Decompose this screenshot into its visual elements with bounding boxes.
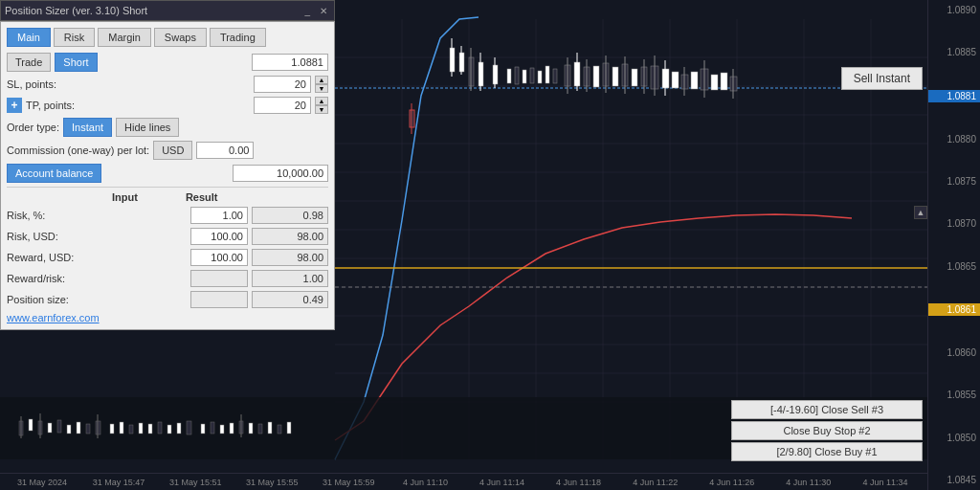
sl-up[interactable]: ▲ xyxy=(315,76,328,84)
tab-main[interactable]: Main xyxy=(7,28,51,47)
panel-title: Position Sizer (ver. 3.10) Short xyxy=(5,5,147,16)
price-1875: 1.0875 xyxy=(928,176,980,187)
risk-usd-label: Risk, USD: xyxy=(7,231,58,242)
trade-short-row: Trade Short xyxy=(7,53,328,72)
bottom-buttons-area: [-4/-19.60] Close Sell #3 Close Buy Stop… xyxy=(731,400,923,461)
svg-rect-100 xyxy=(249,423,253,434)
position-size-label: Position size: xyxy=(7,294,69,305)
time-label-12: 4 Jun 11:34 xyxy=(847,478,924,487)
time-label-7: 4 Jun 11:14 xyxy=(463,478,540,487)
risk-usd-input[interactable] xyxy=(190,228,248,245)
position-sizer-panel: Main Risk Margin Swaps Trading Trade Sho… xyxy=(0,21,335,330)
order-type-label: Order type: xyxy=(7,122,59,133)
price-1890: 1.0890 xyxy=(928,5,980,15)
tp-up[interactable]: ▲ xyxy=(315,97,328,105)
instant-button[interactable]: Instant xyxy=(63,118,112,137)
account-balance-input[interactable] xyxy=(233,165,328,182)
price-input[interactable] xyxy=(252,54,328,71)
time-label-10: 4 Jun 11:26 xyxy=(694,478,770,487)
short-button[interactable]: Short xyxy=(55,53,97,72)
reward-usd-input[interactable] xyxy=(190,249,248,266)
tab-trading[interactable]: Trading xyxy=(210,28,266,47)
tabs-row: Main Risk Margin Swaps Trading xyxy=(7,28,328,47)
reward-risk-row: Reward/risk: xyxy=(7,270,328,287)
sl-row: SL, points: ▲ ▼ xyxy=(7,76,328,93)
svg-rect-104 xyxy=(287,422,291,434)
svg-rect-82 xyxy=(86,424,90,434)
svg-rect-86 xyxy=(120,422,123,434)
account-balance-button[interactable]: Account balance xyxy=(7,164,101,183)
svg-rect-93 xyxy=(187,421,191,434)
svg-rect-39 xyxy=(546,66,549,83)
svg-rect-90 xyxy=(158,422,162,434)
svg-rect-89 xyxy=(148,424,152,434)
reward-risk-input[interactable] xyxy=(190,270,248,287)
svg-rect-66 xyxy=(711,75,718,90)
svg-rect-91 xyxy=(167,425,171,434)
divider xyxy=(7,187,328,188)
svg-rect-87 xyxy=(129,425,133,434)
svg-rect-60 xyxy=(672,72,679,88)
title-bar: Position Sizer (ver. 3.10) Short _ ✕ xyxy=(0,0,335,21)
position-size-result xyxy=(252,291,328,308)
tp-spinner: ▲ ▼ xyxy=(315,97,328,114)
risk-pct-input[interactable] xyxy=(190,207,248,224)
svg-rect-102 xyxy=(268,422,272,434)
close-buy-stop-2-button[interactable]: Close Buy Stop #2 xyxy=(731,421,923,440)
risk-usd-row: Risk, USD: xyxy=(7,228,328,245)
svg-rect-101 xyxy=(258,424,262,434)
svg-rect-92 xyxy=(177,423,181,434)
time-label-8: 4 Jun 11:18 xyxy=(541,478,617,487)
position-size-input[interactable] xyxy=(190,291,248,308)
svg-rect-88 xyxy=(139,423,143,434)
tp-plus-button[interactable]: + xyxy=(7,98,22,113)
commission-label: Commission (one-way) per lot: xyxy=(7,145,149,156)
price-1885: 1.0885 xyxy=(928,47,980,57)
order-type-row: Order type: Instant Hide lines xyxy=(7,118,328,137)
time-label-1: 31 May 2024 xyxy=(4,478,80,487)
minimize-button[interactable]: _ xyxy=(301,6,313,16)
tp-input[interactable] xyxy=(254,97,311,114)
sl-down[interactable]: ▼ xyxy=(315,84,328,93)
svg-rect-79 xyxy=(57,420,61,433)
sl-input[interactable] xyxy=(254,76,311,93)
svg-rect-53 xyxy=(632,69,637,86)
svg-rect-50 xyxy=(612,67,618,86)
sell-instant-button[interactable]: Sell Instant xyxy=(841,67,923,90)
reward-usd-result xyxy=(252,249,328,266)
svg-rect-67 xyxy=(721,73,727,90)
price-highlight-orange: 1.0861 xyxy=(928,303,980,316)
tp-down[interactable]: ▼ xyxy=(315,105,328,114)
time-axis: 31 May 2024 31 May 15:47 31 May 15:51 31… xyxy=(0,473,927,490)
svg-rect-34 xyxy=(507,69,511,83)
price-1870: 1.0870 xyxy=(928,218,980,229)
commission-input[interactable] xyxy=(196,142,254,159)
close-sell-3-button[interactable]: [-4/-19.60] Close Sell #3 xyxy=(731,400,923,419)
earnforex-link[interactable]: www.earnforex.com xyxy=(7,312,328,323)
close-buy-1-button[interactable]: [2/9.80] Close Buy #1 xyxy=(731,442,923,461)
price-1855: 1.0855 xyxy=(928,390,980,400)
table-header-row: Input Result xyxy=(7,191,328,203)
tab-swaps[interactable]: Swaps xyxy=(154,28,207,47)
price-1845: 1.0845 xyxy=(928,475,980,485)
svg-rect-37 xyxy=(530,68,534,83)
commission-row: Commission (one-way) per lot: USD xyxy=(7,141,328,160)
reward-usd-row: Reward, USD: xyxy=(7,249,328,266)
account-balance-row: Account balance xyxy=(7,164,328,183)
trade-button[interactable]: Trade xyxy=(7,53,51,72)
price-1880: 1.0880 xyxy=(928,134,980,145)
tab-margin[interactable]: Margin xyxy=(98,28,151,47)
scroll-button[interactable]: ▲ xyxy=(914,206,927,219)
time-label-11: 4 Jun 11:30 xyxy=(770,478,847,487)
close-button[interactable]: ✕ xyxy=(317,6,330,16)
price-1850: 1.0850 xyxy=(928,433,980,443)
hide-lines-button[interactable]: Hide lines xyxy=(116,118,179,137)
tab-risk[interactable]: Risk xyxy=(54,28,95,47)
input-header: Input xyxy=(112,191,138,203)
position-size-row: Position size: xyxy=(7,291,328,308)
risk-pct-label: Risk, %: xyxy=(7,210,45,221)
commission-currency-btn[interactable]: USD xyxy=(153,141,192,160)
svg-rect-36 xyxy=(523,70,526,83)
time-label-6: 4 Jun 11:10 xyxy=(387,478,463,487)
svg-rect-63 xyxy=(691,72,698,89)
